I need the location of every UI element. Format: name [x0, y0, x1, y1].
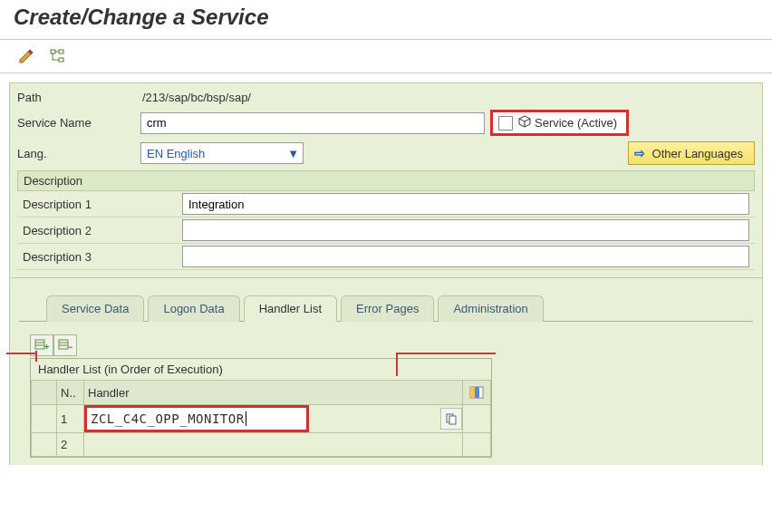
- svg-rect-7: [59, 340, 68, 349]
- service-status-badge: Service (Active): [490, 110, 629, 136]
- row2-num: 2: [57, 433, 84, 457]
- form-area: Path /213/sap/bc/bsp/sap/ Service Name S…: [9, 82, 763, 278]
- svg-text:−: −: [68, 343, 72, 352]
- delete-row-button[interactable]: −: [53, 334, 77, 356]
- path-value: /213/sap/bc/bsp/sap/: [140, 91, 251, 104]
- lang-selected-value: EN English: [147, 147, 205, 160]
- service-name-label: Service Name: [17, 116, 135, 130]
- tab-strip: Service Data Logon Data Handler List Err…: [19, 295, 753, 322]
- table-toolbar: + −: [30, 334, 749, 356]
- desc1-label: Description 1: [23, 198, 182, 211]
- description-header: Description: [17, 170, 755, 191]
- handler-table: N.. Handler 1 ZCL_C4C_OPP_MONITOR: [31, 380, 491, 457]
- col-config-header[interactable]: [463, 381, 491, 405]
- table-settings-icon[interactable]: [467, 382, 487, 402]
- status-checkbox[interactable]: [498, 116, 513, 131]
- svg-rect-13: [475, 387, 479, 398]
- description-section: Description Description 1 Description 2 …: [17, 170, 755, 270]
- desc2-input[interactable]: [182, 219, 749, 241]
- arrow-right-icon: ⇨: [634, 146, 645, 160]
- tab-service-data[interactable]: Service Data: [46, 295, 144, 322]
- path-label: Path: [17, 91, 135, 104]
- svg-rect-2: [59, 58, 63, 62]
- svg-rect-12: [470, 387, 475, 398]
- cube-icon: [516, 114, 533, 131]
- service-name-input[interactable]: [140, 112, 485, 134]
- tab-content: + − Handler List (in Order of Execution)…: [19, 322, 753, 465]
- col-handler-header[interactable]: Handler: [84, 381, 463, 405]
- col-select-all[interactable]: [32, 381, 57, 405]
- tab-logon-data[interactable]: Logon Data: [148, 295, 239, 322]
- tab-administration[interactable]: Administration: [438, 295, 543, 322]
- row1-num: 1: [57, 405, 84, 433]
- status-text: Service (Active): [533, 114, 624, 131]
- chevron-down-icon: ▼: [287, 147, 299, 160]
- desc1-input[interactable]: [182, 193, 749, 215]
- toggle-change-icon[interactable]: [14, 44, 39, 68]
- table-row[interactable]: 2: [32, 433, 491, 457]
- handler-input-row1[interactable]: ZCL_C4C_OPP_MONITOR: [84, 405, 309, 432]
- svg-rect-0: [51, 50, 55, 53]
- other-languages-button[interactable]: ⇨ Other Languages: [628, 141, 755, 165]
- handler-list-grid: Handler List (in Order of Execution) N..…: [30, 358, 492, 458]
- other-langs-label: Other Languages: [652, 147, 743, 160]
- lang-select[interactable]: EN English ▼: [140, 142, 304, 164]
- page-title: Create/Change a Service: [0, 0, 772, 40]
- tree-icon[interactable]: [44, 44, 70, 68]
- svg-rect-3: [35, 340, 44, 349]
- desc3-input[interactable]: [182, 246, 749, 267]
- tab-handler-list[interactable]: Handler List: [244, 295, 337, 322]
- svg-rect-15: [449, 416, 456, 424]
- handler-input-row2[interactable]: [84, 433, 463, 457]
- tab-error-pages[interactable]: Error Pages: [341, 295, 434, 322]
- lang-label: Lang.: [17, 147, 135, 160]
- col-num-header[interactable]: N..: [57, 381, 84, 405]
- tab-area: Service Data Logon Data Handler List Err…: [9, 278, 763, 465]
- grid-title: Handler List (in Order of Execution): [31, 359, 491, 380]
- svg-text:+: +: [44, 343, 49, 352]
- table-row[interactable]: 1 ZCL_C4C_OPP_MONITOR: [32, 405, 491, 433]
- desc3-label: Description 3: [23, 250, 182, 264]
- desc2-label: Description 2: [23, 224, 182, 237]
- svg-rect-1: [59, 50, 63, 53]
- app-toolbar: [0, 40, 772, 73]
- value-help-icon[interactable]: [440, 408, 462, 430]
